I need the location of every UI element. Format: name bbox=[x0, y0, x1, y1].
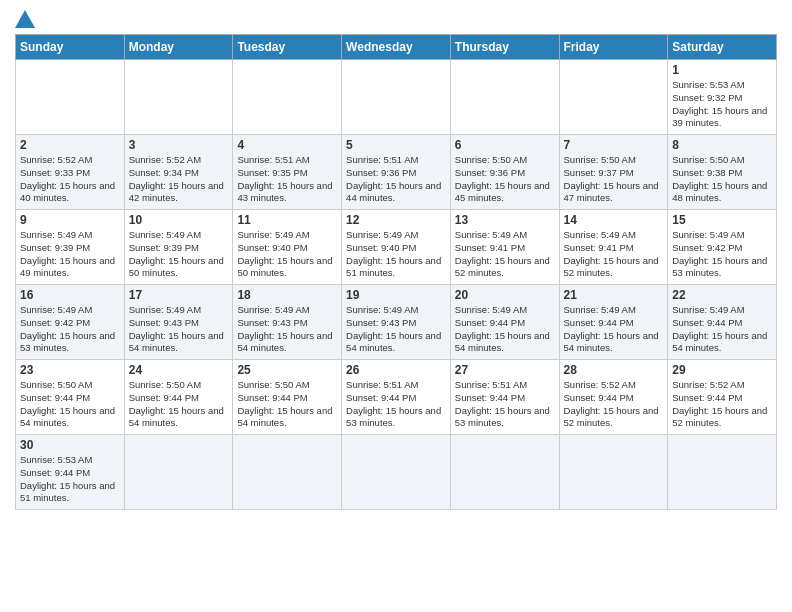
day-number: 30 bbox=[20, 438, 120, 452]
day-number: 22 bbox=[672, 288, 772, 302]
day-info: Sunrise: 5:49 AM Sunset: 9:41 PM Dayligh… bbox=[564, 229, 664, 280]
calendar-header-row: SundayMondayTuesdayWednesdayThursdayFrid… bbox=[16, 35, 777, 60]
day-number: 2 bbox=[20, 138, 120, 152]
day-number: 26 bbox=[346, 363, 446, 377]
calendar-day-cell bbox=[342, 435, 451, 510]
calendar-day-cell: 13Sunrise: 5:49 AM Sunset: 9:41 PM Dayli… bbox=[450, 210, 559, 285]
day-info: Sunrise: 5:49 AM Sunset: 9:42 PM Dayligh… bbox=[20, 304, 120, 355]
day-number: 27 bbox=[455, 363, 555, 377]
calendar-day-cell: 24Sunrise: 5:50 AM Sunset: 9:44 PM Dayli… bbox=[124, 360, 233, 435]
day-info: Sunrise: 5:49 AM Sunset: 9:39 PM Dayligh… bbox=[129, 229, 229, 280]
calendar-day-cell: 3Sunrise: 5:52 AM Sunset: 9:34 PM Daylig… bbox=[124, 135, 233, 210]
day-number: 5 bbox=[346, 138, 446, 152]
calendar-day-cell: 6Sunrise: 5:50 AM Sunset: 9:36 PM Daylig… bbox=[450, 135, 559, 210]
calendar-day-cell: 23Sunrise: 5:50 AM Sunset: 9:44 PM Dayli… bbox=[16, 360, 125, 435]
day-info: Sunrise: 5:50 AM Sunset: 9:44 PM Dayligh… bbox=[237, 379, 337, 430]
day-number: 18 bbox=[237, 288, 337, 302]
day-info: Sunrise: 5:52 AM Sunset: 9:44 PM Dayligh… bbox=[564, 379, 664, 430]
day-number: 21 bbox=[564, 288, 664, 302]
calendar-week-row: 16Sunrise: 5:49 AM Sunset: 9:42 PM Dayli… bbox=[16, 285, 777, 360]
calendar-day-cell: 25Sunrise: 5:50 AM Sunset: 9:44 PM Dayli… bbox=[233, 360, 342, 435]
calendar-week-row: 9Sunrise: 5:49 AM Sunset: 9:39 PM Daylig… bbox=[16, 210, 777, 285]
day-number: 17 bbox=[129, 288, 229, 302]
calendar-day-cell: 15Sunrise: 5:49 AM Sunset: 9:42 PM Dayli… bbox=[668, 210, 777, 285]
calendar-day-cell: 10Sunrise: 5:49 AM Sunset: 9:39 PM Dayli… bbox=[124, 210, 233, 285]
day-number: 13 bbox=[455, 213, 555, 227]
day-number: 10 bbox=[129, 213, 229, 227]
day-info: Sunrise: 5:49 AM Sunset: 9:44 PM Dayligh… bbox=[672, 304, 772, 355]
calendar-week-row: 23Sunrise: 5:50 AM Sunset: 9:44 PM Dayli… bbox=[16, 360, 777, 435]
calendar-week-row: 30Sunrise: 5:53 AM Sunset: 9:44 PM Dayli… bbox=[16, 435, 777, 510]
day-number: 15 bbox=[672, 213, 772, 227]
day-number: 19 bbox=[346, 288, 446, 302]
calendar-day-cell: 14Sunrise: 5:49 AM Sunset: 9:41 PM Dayli… bbox=[559, 210, 668, 285]
day-number: 29 bbox=[672, 363, 772, 377]
day-info: Sunrise: 5:53 AM Sunset: 9:44 PM Dayligh… bbox=[20, 454, 120, 505]
day-info: Sunrise: 5:49 AM Sunset: 9:44 PM Dayligh… bbox=[455, 304, 555, 355]
day-of-week-header: Saturday bbox=[668, 35, 777, 60]
calendar-day-cell: 17Sunrise: 5:49 AM Sunset: 9:43 PM Dayli… bbox=[124, 285, 233, 360]
day-info: Sunrise: 5:52 AM Sunset: 9:44 PM Dayligh… bbox=[672, 379, 772, 430]
day-info: Sunrise: 5:49 AM Sunset: 9:39 PM Dayligh… bbox=[20, 229, 120, 280]
day-number: 1 bbox=[672, 63, 772, 77]
calendar-day-cell bbox=[124, 60, 233, 135]
calendar-day-cell: 19Sunrise: 5:49 AM Sunset: 9:43 PM Dayli… bbox=[342, 285, 451, 360]
day-number: 25 bbox=[237, 363, 337, 377]
calendar-day-cell: 29Sunrise: 5:52 AM Sunset: 9:44 PM Dayli… bbox=[668, 360, 777, 435]
calendar-day-cell bbox=[450, 60, 559, 135]
day-info: Sunrise: 5:49 AM Sunset: 9:43 PM Dayligh… bbox=[346, 304, 446, 355]
day-number: 23 bbox=[20, 363, 120, 377]
calendar-day-cell: 1Sunrise: 5:53 AM Sunset: 9:32 PM Daylig… bbox=[668, 60, 777, 135]
day-info: Sunrise: 5:49 AM Sunset: 9:43 PM Dayligh… bbox=[129, 304, 229, 355]
day-info: Sunrise: 5:50 AM Sunset: 9:44 PM Dayligh… bbox=[129, 379, 229, 430]
calendar-day-cell bbox=[342, 60, 451, 135]
day-info: Sunrise: 5:53 AM Sunset: 9:32 PM Dayligh… bbox=[672, 79, 772, 130]
day-info: Sunrise: 5:52 AM Sunset: 9:34 PM Dayligh… bbox=[129, 154, 229, 205]
calendar-week-row: 1Sunrise: 5:53 AM Sunset: 9:32 PM Daylig… bbox=[16, 60, 777, 135]
calendar-day-cell bbox=[559, 60, 668, 135]
day-of-week-header: Monday bbox=[124, 35, 233, 60]
day-info: Sunrise: 5:51 AM Sunset: 9:44 PM Dayligh… bbox=[346, 379, 446, 430]
calendar-day-cell: 26Sunrise: 5:51 AM Sunset: 9:44 PM Dayli… bbox=[342, 360, 451, 435]
logo bbox=[15, 10, 39, 28]
calendar-day-cell: 5Sunrise: 5:51 AM Sunset: 9:36 PM Daylig… bbox=[342, 135, 451, 210]
calendar-day-cell: 16Sunrise: 5:49 AM Sunset: 9:42 PM Dayli… bbox=[16, 285, 125, 360]
calendar-day-cell: 22Sunrise: 5:49 AM Sunset: 9:44 PM Dayli… bbox=[668, 285, 777, 360]
day-info: Sunrise: 5:49 AM Sunset: 9:41 PM Dayligh… bbox=[455, 229, 555, 280]
calendar-day-cell bbox=[233, 435, 342, 510]
calendar-day-cell: 9Sunrise: 5:49 AM Sunset: 9:39 PM Daylig… bbox=[16, 210, 125, 285]
day-number: 3 bbox=[129, 138, 229, 152]
calendar-day-cell: 28Sunrise: 5:52 AM Sunset: 9:44 PM Dayli… bbox=[559, 360, 668, 435]
day-info: Sunrise: 5:49 AM Sunset: 9:40 PM Dayligh… bbox=[237, 229, 337, 280]
day-number: 11 bbox=[237, 213, 337, 227]
header bbox=[15, 10, 777, 28]
calendar-day-cell: 7Sunrise: 5:50 AM Sunset: 9:37 PM Daylig… bbox=[559, 135, 668, 210]
day-number: 14 bbox=[564, 213, 664, 227]
calendar-table: SundayMondayTuesdayWednesdayThursdayFrid… bbox=[15, 34, 777, 510]
day-of-week-header: Wednesday bbox=[342, 35, 451, 60]
day-number: 20 bbox=[455, 288, 555, 302]
calendar-day-cell: 30Sunrise: 5:53 AM Sunset: 9:44 PM Dayli… bbox=[16, 435, 125, 510]
calendar-day-cell: 21Sunrise: 5:49 AM Sunset: 9:44 PM Dayli… bbox=[559, 285, 668, 360]
day-info: Sunrise: 5:49 AM Sunset: 9:42 PM Dayligh… bbox=[672, 229, 772, 280]
day-number: 8 bbox=[672, 138, 772, 152]
calendar-day-cell bbox=[16, 60, 125, 135]
day-info: Sunrise: 5:51 AM Sunset: 9:44 PM Dayligh… bbox=[455, 379, 555, 430]
calendar-day-cell: 4Sunrise: 5:51 AM Sunset: 9:35 PM Daylig… bbox=[233, 135, 342, 210]
day-info: Sunrise: 5:50 AM Sunset: 9:36 PM Dayligh… bbox=[455, 154, 555, 205]
day-number: 16 bbox=[20, 288, 120, 302]
calendar-day-cell: 18Sunrise: 5:49 AM Sunset: 9:43 PM Dayli… bbox=[233, 285, 342, 360]
calendar-day-cell bbox=[124, 435, 233, 510]
day-of-week-header: Sunday bbox=[16, 35, 125, 60]
calendar-day-cell: 2Sunrise: 5:52 AM Sunset: 9:33 PM Daylig… bbox=[16, 135, 125, 210]
day-of-week-header: Tuesday bbox=[233, 35, 342, 60]
day-number: 12 bbox=[346, 213, 446, 227]
logo-triangle-icon bbox=[15, 10, 35, 28]
day-number: 24 bbox=[129, 363, 229, 377]
day-of-week-header: Thursday bbox=[450, 35, 559, 60]
day-info: Sunrise: 5:49 AM Sunset: 9:40 PM Dayligh… bbox=[346, 229, 446, 280]
calendar-day-cell bbox=[450, 435, 559, 510]
day-info: Sunrise: 5:51 AM Sunset: 9:35 PM Dayligh… bbox=[237, 154, 337, 205]
day-info: Sunrise: 5:50 AM Sunset: 9:38 PM Dayligh… bbox=[672, 154, 772, 205]
day-info: Sunrise: 5:49 AM Sunset: 9:44 PM Dayligh… bbox=[564, 304, 664, 355]
